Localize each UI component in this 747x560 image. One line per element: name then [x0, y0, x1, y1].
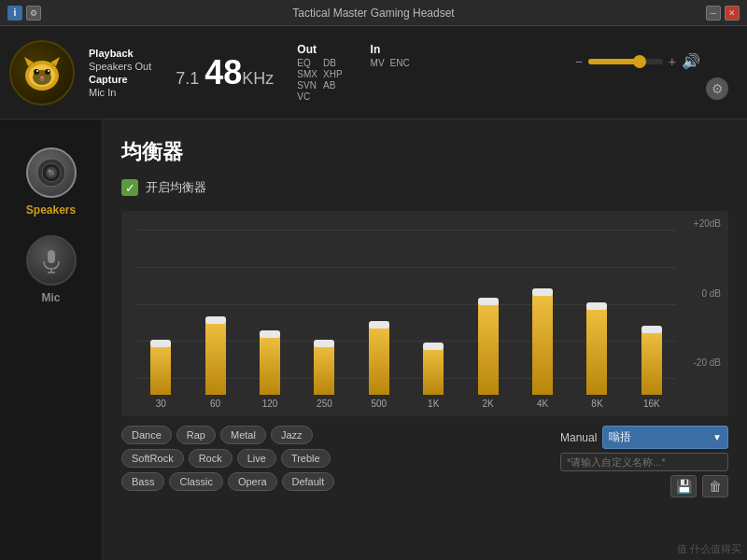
preset-rock[interactable]: Rock — [189, 449, 233, 468]
delete-preset-button[interactable]: 🗑 — [702, 475, 728, 497]
speaker-icon: 🔊 — [682, 52, 700, 70]
settings-button[interactable]: ⚙ — [26, 6, 41, 21]
enable-row: ✓ 开启均衡器 — [121, 179, 728, 196]
preset-rap[interactable]: Rap — [176, 426, 216, 444]
manual-row: Manual 嗡捂 ▼ — [560, 426, 728, 449]
preset-buttons-group: Dance Rap Metal Jazz SoftRock Rock Live … — [121, 426, 551, 491]
eq-bar — [532, 292, 553, 395]
svg-point-5 — [34, 69, 39, 75]
volume-plus-icon[interactable]: + — [669, 54, 676, 69]
out-label: Out — [297, 43, 342, 56]
out-section: Out EQ DB SMX XHP SVN AB VC — [297, 43, 342, 102]
preset-classic[interactable]: Classic — [169, 472, 222, 491]
speakers-icon — [26, 147, 77, 198]
eq-bar — [369, 325, 389, 395]
custom-actions: 💾 🗑 — [560, 475, 728, 497]
volume-minus-icon[interactable]: − — [575, 54, 583, 69]
volume-control[interactable]: − + 🔊 — [575, 52, 700, 70]
preset-metal[interactable]: Metal — [220, 426, 266, 444]
custom-preset-area: Manual 嗡捂 ▼ 💾 🗑 — [560, 426, 728, 497]
eq-freq-label: 4K — [537, 399, 548, 409]
eq-band-8khz[interactable]: 8K — [572, 245, 621, 409]
sidebar-item-speakers[interactable]: Speakers — [26, 147, 77, 217]
minimize-button[interactable]: ─ — [706, 6, 721, 21]
eq-bar — [586, 306, 607, 395]
eq-freq-label: 1K — [428, 399, 439, 409]
preset-jazz[interactable]: Jazz — [271, 426, 313, 444]
eq-bar — [205, 320, 226, 395]
eq-container: +20dB 0 dB -20 dB 30 — [121, 211, 728, 416]
enable-equalizer-checkbox[interactable]: ✓ — [121, 179, 138, 196]
eq-bar — [423, 346, 444, 395]
eq-handle[interactable] — [641, 326, 662, 333]
in-label: In — [371, 43, 410, 56]
volume-thumb[interactable] — [633, 55, 646, 68]
save-preset-button[interactable]: 💾 — [670, 475, 697, 497]
sidebar-item-mic[interactable]: Mic — [26, 235, 77, 304]
eq-freq-label: 2K — [483, 399, 494, 409]
eq-handle[interactable] — [423, 343, 444, 350]
presets-area: Dance Rap Metal Jazz SoftRock Rock Live … — [121, 426, 728, 497]
preset-live[interactable]: Live — [237, 449, 276, 468]
svg-point-6 — [45, 69, 50, 75]
eq-band-30hz[interactable]: 30 — [136, 245, 185, 409]
eq-handle[interactable] — [532, 288, 553, 296]
sample-rate-unit: KHz — [242, 69, 274, 89]
info-button[interactable]: i — [7, 6, 22, 21]
in-section: In MV ENC — [371, 43, 410, 102]
eq-handle[interactable] — [314, 340, 334, 347]
settings-round-button[interactable]: ⚙ — [706, 77, 728, 100]
eq-handle[interactable] — [150, 340, 171, 347]
svg-point-7 — [36, 70, 38, 72]
svg-point-9 — [40, 76, 44, 78]
eq-band-1khz[interactable]: 1K — [409, 245, 458, 409]
volume-slider[interactable] — [588, 59, 663, 64]
device-info: Playback Speakers Out Capture Mic In — [89, 48, 151, 98]
dropdown-chevron-icon: ▼ — [712, 432, 722, 442]
eq-handle[interactable] — [586, 302, 607, 310]
eq-band-250hz[interactable]: 250 — [300, 245, 348, 409]
eq-bar — [260, 334, 280, 395]
preset-row-1: Dance Rap Metal Jazz — [121, 426, 551, 444]
eq-freq-label: 120 — [262, 399, 278, 409]
eq-band-500hz[interactable]: 500 — [355, 245, 403, 409]
preset-default[interactable]: Default — [282, 472, 335, 491]
channels-display: 7.1 — [176, 69, 199, 89]
eq-band-60hz[interactable]: 60 — [190, 245, 239, 409]
svg-point-8 — [48, 70, 49, 72]
preset-dance[interactable]: Dance — [121, 426, 172, 444]
preset-row-3: Bass Classic Opera Default — [121, 472, 551, 491]
main-content: 均衡器 ✓ 开启均衡器 +20dB 0 dB -20 dB — [103, 119, 747, 560]
mic-in-label: Mic In — [89, 87, 151, 98]
speakers-out-label: Speakers Out — [89, 61, 151, 72]
eq-freq-label: 500 — [371, 399, 387, 409]
custom-preset-select[interactable]: 嗡捂 ▼ — [602, 426, 728, 449]
playback-label: Playback — [89, 48, 151, 59]
svg-point-14 — [48, 170, 50, 173]
eq-handle[interactable] — [478, 298, 499, 305]
svg-rect-15 — [48, 250, 55, 263]
eq-freq-label: 16K — [643, 399, 660, 409]
preset-opera[interactable]: Opera — [228, 472, 277, 491]
preset-bass[interactable]: Bass — [121, 472, 164, 491]
eq-handle[interactable] — [205, 316, 226, 324]
preset-softrock[interactable]: SoftRock — [121, 449, 184, 468]
eq-band-16khz[interactable]: 16K — [627, 245, 676, 409]
eq-band-2khz[interactable]: 2K — [463, 245, 512, 409]
sample-rate-number: 48 — [204, 56, 242, 90]
sidebar: Speakers Mic — [0, 119, 103, 560]
mic-label: Mic — [41, 291, 60, 304]
app-title: Tactical Master Gaming Headset — [41, 7, 706, 20]
eq-handle[interactable] — [369, 321, 389, 329]
preset-treble[interactable]: Treble — [281, 449, 331, 468]
eq-grid: 30 60 120 — [136, 220, 713, 409]
close-button[interactable]: ✕ — [725, 6, 740, 21]
eq-band-4khz[interactable]: 4K — [518, 245, 567, 409]
eq-freq-label: 8K — [591, 399, 602, 409]
header: Playback Speakers Out Capture Mic In 7.1… — [0, 26, 747, 119]
preset-row-2: SoftRock Rock Live Treble — [121, 449, 551, 468]
eq-handle[interactable] — [260, 330, 280, 338]
eq-freq-label: 30 — [156, 399, 166, 409]
eq-band-120hz[interactable]: 120 — [246, 245, 294, 409]
custom-preset-input[interactable] — [560, 453, 728, 471]
